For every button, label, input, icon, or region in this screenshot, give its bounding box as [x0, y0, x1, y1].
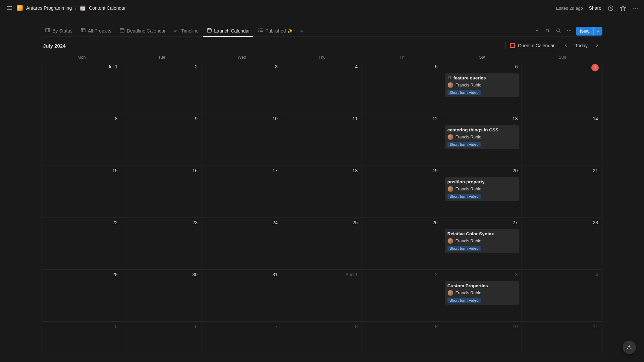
calendar-day[interactable]: 2: [122, 62, 202, 114]
calendar-day[interactable]: 10: [202, 114, 282, 166]
calendar-day[interactable]: 8: [42, 114, 122, 166]
dow-header: Fri: [362, 54, 442, 62]
sort-icon[interactable]: [544, 26, 552, 36]
star-icon[interactable]: [620, 5, 626, 11]
today-button[interactable]: Today: [573, 42, 590, 50]
search-icon[interactable]: [554, 26, 562, 36]
tab-timeline[interactable]: Timeline: [170, 25, 202, 37]
day-number: 25: [353, 220, 358, 225]
calendar-day[interactable]: Jul 1: [42, 62, 122, 114]
event-card[interactable]: position property Francis Rubio Short-fo…: [445, 177, 519, 201]
calendar-day[interactable]: 31: [202, 270, 282, 321]
calendar-day[interactable]: 5: [42, 322, 122, 354]
calendar-day[interactable]: 23: [122, 218, 202, 269]
event-card[interactable]: feature queries Francis Rubio Short-form…: [445, 73, 519, 97]
calendar-day[interactable]: 2: [362, 270, 442, 321]
avatar: [447, 82, 453, 88]
calendar-day[interactable]: Aug 1: [282, 270, 362, 321]
page-title[interactable]: Content Calendar: [89, 5, 126, 11]
ai-fab-button[interactable]: [623, 341, 636, 354]
day-number: 27: [513, 220, 518, 225]
calendar-day[interactable]: 9: [362, 322, 442, 354]
day-number: 9: [435, 324, 438, 329]
calendar-day[interactable]: 3 Custom Properties Francis Rubio Short-…: [442, 270, 522, 321]
more-icon[interactable]: [632, 5, 639, 11]
day-number: 7: [591, 64, 599, 71]
calendar-day[interactable]: 17: [202, 166, 282, 218]
event-card[interactable]: Custom Properties Francis Rubio Short-fo…: [445, 281, 519, 305]
calendar-day[interactable]: 24: [202, 218, 282, 269]
tab-all-projects[interactable]: All Projects: [77, 25, 115, 37]
calendar-day[interactable]: 18: [282, 166, 362, 218]
tab-label: All Projects: [88, 28, 111, 34]
day-number: 11: [353, 116, 358, 121]
day-number: 5: [115, 324, 118, 329]
new-button[interactable]: New: [576, 27, 602, 36]
open-in-calendar-button[interactable]: Open in Calendar: [505, 41, 559, 50]
calendar-day[interactable]: 9: [122, 114, 202, 166]
calendar-day[interactable]: 22: [42, 218, 122, 269]
month-title: July 2024: [43, 43, 66, 49]
add-view-button[interactable]: +: [298, 27, 306, 35]
day-number: 3: [275, 64, 278, 69]
calendar-day[interactable]: 5: [362, 62, 442, 114]
calendar-day[interactable]: 6 feature queries Francis Rubio Short-fo…: [442, 62, 522, 114]
calendar-day[interactable]: 26: [362, 218, 442, 269]
calendar-day[interactable]: 13 centering things in CSS Francis Rubio…: [442, 114, 522, 166]
calendar-day[interactable]: 11: [522, 322, 602, 354]
filter-icon[interactable]: [533, 26, 541, 36]
chevron-down-icon[interactable]: [593, 27, 602, 36]
calendar-day[interactable]: 10: [442, 322, 522, 354]
calendar-day[interactable]: 21: [522, 166, 602, 218]
share-button[interactable]: Share: [589, 5, 601, 11]
calendar-day[interactable]: 14: [522, 114, 602, 166]
tab-label: Deadline Calendar: [127, 28, 166, 34]
more-views-icon[interactable]: [565, 26, 573, 36]
breadcrumb-workspace[interactable]: Antares Programming: [26, 5, 72, 11]
day-number: 7: [275, 324, 278, 329]
day-number: 11: [593, 324, 598, 329]
board-icon: [45, 27, 50, 34]
calendar-day[interactable]: 7: [522, 62, 602, 114]
calendar-day[interactable]: 4: [522, 270, 602, 321]
calendar-day[interactable]: 8: [282, 322, 362, 354]
day-number: 12: [432, 116, 438, 121]
tab-deadline-calendar[interactable]: Deadline Calendar: [116, 25, 169, 37]
calendar-day[interactable]: 16: [122, 166, 202, 218]
day-number: 21: [593, 168, 598, 173]
calendar-day[interactable]: 27 Relative Color Syntax Francis Rubio S…: [442, 218, 522, 269]
chevron-left-icon[interactable]: [562, 41, 570, 50]
day-number: 3: [515, 272, 518, 277]
calendar-day[interactable]: 7: [202, 322, 282, 354]
calendar-day[interactable]: 11: [282, 114, 362, 166]
content-type-tag: Short-form Video: [447, 246, 481, 251]
svg-point-11: [259, 31, 259, 32]
chevron-right-icon[interactable]: [593, 41, 601, 50]
calendar-day[interactable]: 3: [202, 62, 282, 114]
assignee-name: Francis Rubio: [455, 239, 481, 243]
day-number: 19: [432, 168, 438, 173]
day-number: 6: [515, 64, 518, 69]
day-number: 15: [112, 168, 118, 173]
calendar-day[interactable]: 20 position property Francis Rubio Short…: [442, 166, 522, 218]
day-number: 6: [195, 324, 198, 329]
calendar-day[interactable]: 6: [122, 322, 202, 354]
calendar-day[interactable]: 28: [522, 218, 602, 269]
event-title: Relative Color Syntax: [447, 231, 494, 236]
event-card[interactable]: Relative Color Syntax Francis Rubio Shor…: [445, 229, 519, 253]
calendar-day[interactable]: 30: [122, 270, 202, 321]
hamburger-menu-icon[interactable]: [5, 5, 13, 11]
calendar-day[interactable]: 15: [42, 166, 122, 218]
clock-icon[interactable]: [607, 5, 614, 11]
tab-launch-calendar[interactable]: Launch Calendar: [203, 25, 253, 37]
calendar-day[interactable]: 4: [282, 62, 362, 114]
calendar-day[interactable]: 12: [362, 114, 442, 166]
avatar: [447, 238, 453, 244]
event-card[interactable]: centering things in CSS Francis Rubio Sh…: [445, 125, 519, 149]
tab-by-status[interactable]: By Status: [42, 25, 76, 37]
tab-published-[interactable]: Published ✨: [255, 25, 296, 37]
calendar-day[interactable]: 19: [362, 166, 442, 218]
calendar-day[interactable]: 29: [42, 270, 122, 321]
day-number: 5: [435, 64, 438, 69]
calendar-day[interactable]: 25: [282, 218, 362, 269]
